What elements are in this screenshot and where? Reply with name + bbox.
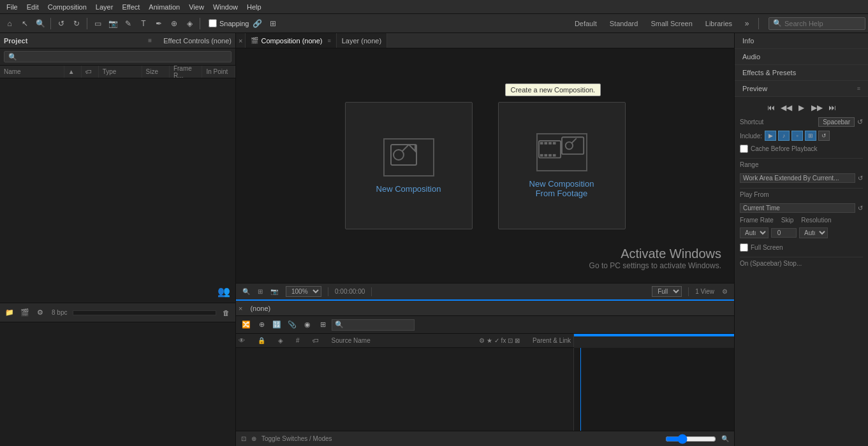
tab-composition[interactable]: 🎬 Composition (none) ≡ <box>246 33 336 48</box>
brush-tool-btn[interactable]: ✎ <box>121 17 135 31</box>
view-layout-btn[interactable]: 1 View <box>693 288 717 295</box>
eraser-tool-btn[interactable]: ◈ <box>182 17 196 31</box>
undo-btn[interactable]: ↺ <box>54 17 68 31</box>
menu-help[interactable]: Help <box>243 2 265 12</box>
tab-close-x[interactable]: × <box>236 33 246 48</box>
project-settings-btn[interactable]: ⚙ <box>34 307 46 319</box>
project-search-input[interactable] <box>4 51 232 62</box>
play-from-reset-btn[interactable]: ↺ <box>858 205 863 212</box>
include-reset-btn[interactable]: ↺ <box>818 131 830 141</box>
snapping-checkbox[interactable] <box>209 19 217 27</box>
menu-effect[interactable]: Effect <box>118 2 143 12</box>
skip-input[interactable] <box>771 228 797 238</box>
range-reset-btn[interactable]: ↺ <box>858 175 863 182</box>
home-tool-btn[interactable]: ⌂ <box>3 17 17 31</box>
new-composition-card[interactable]: New Composition <box>345 102 473 229</box>
timeline-tab-none[interactable]: (none) <box>245 301 276 315</box>
viewer-camera-btn[interactable]: 📷 <box>268 288 281 295</box>
redo-btn[interactable]: ↻ <box>70 17 84 31</box>
panel-menu-icon[interactable]: ≡ <box>148 37 152 44</box>
tc-btn-2[interactable]: ⊕ <box>255 319 268 331</box>
col-tag-header[interactable]: ▲ <box>64 66 82 78</box>
prev-next-frame-btn[interactable]: ▶▶ <box>811 102 823 113</box>
new-item-btn[interactable]: 🎬 <box>19 307 31 319</box>
camera-tool-btn[interactable]: 📷 <box>106 17 120 31</box>
quality-select[interactable]: Full <box>652 286 682 297</box>
tc-btn-3[interactable]: 🔢 <box>270 319 283 331</box>
delete-btn[interactable]: 🗑 <box>220 307 232 319</box>
tab-layer[interactable]: Layer (none) <box>337 33 387 48</box>
work-area-bar[interactable] <box>574 334 734 336</box>
select-tool-btn[interactable]: ↖ <box>18 17 32 31</box>
comp-tab-menu-icon[interactable]: ≡ <box>327 38 330 44</box>
workspace-overflow-btn[interactable]: » <box>740 17 754 31</box>
col-size-header[interactable]: Size <box>142 66 170 78</box>
cache-before-playback-checkbox[interactable] <box>740 145 748 153</box>
menu-layer[interactable]: Layer <box>92 2 117 12</box>
include-layer-controls-btn[interactable]: ⊞ <box>805 131 816 141</box>
rect-tool-btn[interactable]: ▭ <box>91 17 105 31</box>
new-folder-btn[interactable]: 📁 <box>4 307 15 319</box>
play-from-value[interactable]: Current Time <box>740 203 855 213</box>
viewer-zoom-btn[interactable]: 🔍 <box>240 288 253 295</box>
tc-btn-1[interactable]: 🔀 <box>240 319 253 331</box>
viewer-settings-btn[interactable]: ⚙ <box>719 288 730 295</box>
snapping-toggle[interactable]: Snapping <box>209 19 249 27</box>
rp-preview-menu-icon[interactable]: ≡ <box>857 85 860 92</box>
workspace-libraries-btn[interactable]: Libraries <box>700 18 737 29</box>
pen-tool-btn[interactable]: ✒ <box>152 17 166 31</box>
search-bar[interactable]: 🔍 <box>769 17 865 30</box>
include-audio-btn[interactable]: ♪ <box>778 131 790 141</box>
clone-tool-btn[interactable]: ⊕ <box>167 17 181 31</box>
timeline-tab-close[interactable]: × <box>236 305 245 312</box>
range-value[interactable]: Work Area Extended By Current... <box>740 173 855 183</box>
rp-tab-info[interactable]: Info <box>735 33 868 49</box>
prev-prev-frame-btn[interactable]: ◀◀ <box>781 102 792 113</box>
new-composition-from-footage-card[interactable]: New CompositionFrom Footage Create a new… <box>498 102 626 229</box>
prev-play-btn[interactable]: ▶ <box>796 102 807 113</box>
frame-rate-select[interactable]: Auto <box>740 227 769 238</box>
rp-tab-preview[interactable]: Preview ≡ <box>735 81 868 97</box>
viewer-magnification[interactable]: 100% <box>283 286 324 297</box>
col-inpoint-header[interactable]: In Point <box>202 66 235 78</box>
timeline-zoom-btn[interactable]: 🔍 <box>721 435 729 442</box>
rp-tab-audio[interactable]: Audio <box>735 49 868 65</box>
rp-tab-effects-presets[interactable]: Effects & Presets <box>735 65 868 81</box>
menu-animation[interactable]: Animation <box>145 2 184 12</box>
tc-btn-4[interactable]: 📎 <box>286 319 298 331</box>
type-tool-btn[interactable]: T <box>136 17 151 31</box>
tc-btn-5[interactable]: ◉ <box>301 319 314 331</box>
grid-icon-btn[interactable]: ⊞ <box>266 17 280 31</box>
timeline-footer-btn-1[interactable]: ⊡ <box>241 435 246 442</box>
col-name-header[interactable]: Name <box>0 66 64 78</box>
include-video-btn[interactable]: ▶ <box>765 131 776 141</box>
zoom-tool-btn[interactable]: 🔍 <box>33 17 47 31</box>
menu-edit[interactable]: Edit <box>23 2 43 12</box>
viewer-quality-select[interactable]: Full <box>649 286 684 297</box>
timeline-zoom-slider[interactable] <box>665 434 716 444</box>
col-type-header[interactable]: Type <box>99 66 142 78</box>
menu-composition[interactable]: Composition <box>44 2 91 12</box>
toggle-switches-label[interactable]: Toggle Switches / Modes <box>261 435 332 442</box>
effect-controls-tab[interactable]: Effect Controls (none) <box>163 37 232 45</box>
magnet-icon-btn[interactable]: 🔗 <box>251 17 265 31</box>
tc-btn-6[interactable]: ⊞ <box>316 319 329 331</box>
prev-last-frame-btn[interactable]: ⏭ <box>827 102 838 113</box>
include-overlays-btn[interactable]: ▫ <box>791 131 803 141</box>
reset-shortcut-btn[interactable]: ↺ <box>857 118 863 126</box>
fullscreen-checkbox[interactable] <box>740 243 748 252</box>
timeline-playhead[interactable] <box>580 348 581 431</box>
workspace-default-btn[interactable]: Default <box>570 18 602 29</box>
search-input[interactable] <box>784 20 861 27</box>
menu-file[interactable]: File <box>3 2 22 12</box>
timeline-search-input[interactable] <box>346 321 404 329</box>
prev-first-frame-btn[interactable]: ⏮ <box>765 102 777 113</box>
workspace-standard-btn[interactable]: Standard <box>605 18 644 29</box>
magnification-select[interactable]: 100% <box>286 286 321 297</box>
timeline-footer-btn-2[interactable]: ⊕ <box>251 435 256 442</box>
col-label-header[interactable]: 🏷 <box>82 66 99 78</box>
resolution-select[interactable]: Auto <box>799 227 828 238</box>
project-new-folder-icon[interactable]: 👥 <box>217 285 230 298</box>
col-frame-header[interactable]: Frame R... <box>170 66 203 78</box>
menu-view[interactable]: View <box>185 2 208 12</box>
